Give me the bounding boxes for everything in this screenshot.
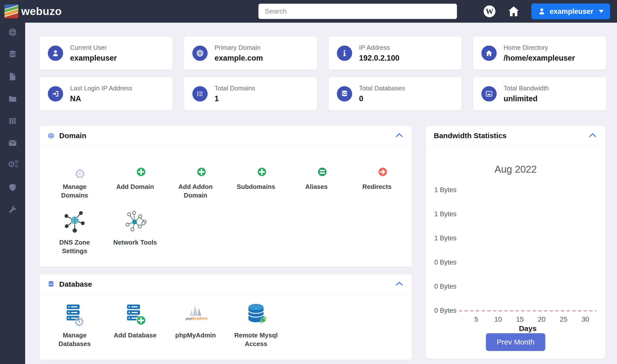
svg-text:⚙: ⚙	[74, 166, 86, 178]
database-icon	[8, 50, 17, 59]
globe-icon	[8, 28, 17, 37]
globe-gear-icon: ⚙	[63, 154, 87, 178]
y-axis-label: 1 Bytes	[429, 186, 456, 194]
x-axis-ticks: 5 10 15 20 25 30	[465, 315, 596, 323]
stat-value: example.com	[215, 54, 263, 63]
tile-label: DNS Zone Settings	[51, 238, 98, 255]
sidebar-item-apps[interactable]	[8, 116, 18, 126]
globe-plus-icon	[184, 154, 207, 178]
stat-value: unlimited	[504, 94, 549, 103]
y-axis-label: 1 Bytes	[429, 234, 456, 242]
domain-panel-header: Domain	[39, 126, 412, 146]
sidebar-item-domains[interactable]	[8, 28, 18, 37]
user-menu-button[interactable]: exampleuser	[531, 3, 610, 19]
sidebar-item-databases[interactable]	[8, 50, 18, 59]
svg-text:⚙: ⚙	[73, 314, 85, 327]
stat-label: Home Directory	[504, 44, 575, 51]
tile-label: Add Domain	[112, 182, 159, 191]
server-plus-icon	[123, 303, 147, 327]
globe-icon	[192, 46, 208, 61]
tile-phpmyadmin[interactable]: php MyAdmin phpMyAdmin	[165, 303, 226, 348]
tile-label: Add Database	[112, 331, 159, 340]
tile-label: phpMyAdmin	[172, 331, 219, 340]
tile-add-addon-domain[interactable]: Add Addon Domain	[165, 154, 226, 200]
chevron-up-icon	[396, 281, 403, 286]
prev-month-button[interactable]: Prev Month	[486, 333, 545, 351]
user-menu-label: exampleuser	[550, 7, 593, 16]
tile-label: Aliases	[293, 182, 340, 191]
stat-card-home-directory: Home Directory /home/exampleuser	[473, 36, 606, 70]
zero-bandwidth-dashed-line	[459, 311, 597, 311]
tile-aliases[interactable]: Aliases	[286, 154, 347, 200]
sidebar-item-directories[interactable]	[8, 94, 18, 103]
x-tick: 25	[553, 315, 575, 323]
x-tick: 15	[509, 315, 531, 323]
globe-list-icon	[305, 154, 328, 178]
tile-label: Network Tools	[112, 238, 159, 247]
stat-label: Total Databases	[359, 84, 405, 92]
stat-label: Last Login IP Address	[70, 84, 132, 92]
sidebar-item-files[interactable]	[8, 72, 18, 81]
database-icon	[337, 86, 352, 101]
dns-nodes-icon	[63, 210, 87, 234]
y-axis-label: 0 Bytes	[429, 306, 456, 315]
tile-label: Manage Domains	[51, 182, 98, 200]
tile-remote-mysql-access[interactable]: Remote Mysql Access	[226, 303, 286, 348]
database-panel: Database ⚙ Manage Databases	[39, 274, 412, 360]
stat-card-total-databases: Total Databases 0	[328, 77, 462, 110]
stat-card-total-domains: Total Domains 1	[184, 77, 317, 110]
stat-card-primary-domain: Primary Domain example.com	[184, 36, 317, 70]
collapse-domain-button[interactable]	[394, 132, 404, 140]
x-tick: 30	[575, 315, 597, 323]
sidebar-item-email[interactable]	[8, 138, 18, 148]
home-icon[interactable]	[507, 5, 520, 18]
area-chart-icon	[481, 86, 497, 101]
tile-dns-zone-settings[interactable]: DNS Zone Settings	[44, 210, 105, 255]
wordpress-icon[interactable]: W	[483, 5, 496, 18]
globe-plus-icon	[244, 154, 268, 178]
chevron-down-icon	[599, 10, 604, 13]
stat-label: Total Domains	[215, 84, 255, 92]
chevron-up-icon	[396, 133, 403, 137]
webuzo-logo[interactable]: webuzo	[4, 4, 62, 18]
search-input[interactable]	[258, 4, 457, 19]
tile-subdomains[interactable]: Subdomains	[226, 154, 286, 200]
chart-title: Aug 2022	[426, 164, 605, 175]
sidebar-item-settings[interactable]: ⚙⚙⚙	[8, 161, 18, 170]
server-gear-icon: ⚙	[63, 303, 87, 327]
sidebar-item-tools[interactable]	[8, 205, 18, 214]
tile-add-domain[interactable]: Add Domain	[105, 154, 165, 200]
stat-label: Current User	[70, 44, 117, 51]
home-icon	[481, 46, 497, 61]
tile-redirects[interactable]: Redirects	[347, 154, 407, 200]
sidebar-item-security[interactable]	[8, 183, 18, 192]
settings-gears-icon: ⚙⚙⚙	[8, 160, 18, 170]
panel-title: Bandwidth Statistics	[434, 132, 507, 140]
y-axis-label: 0 Bytes	[429, 258, 456, 266]
tile-manage-databases[interactable]: ⚙ Manage Databases	[44, 303, 105, 348]
phpmyadmin-logo: php MyAdmin	[184, 303, 207, 327]
apps-grid-icon	[8, 116, 17, 125]
tile-network-tools[interactable]: Network Tools	[105, 210, 165, 255]
stat-card-current-user: Current User exampleuser	[39, 36, 173, 70]
y-axis-label: 1 Bytes	[429, 210, 456, 218]
stat-value: /home/exampleuser	[504, 54, 575, 63]
tile-add-database[interactable]: Add Database	[105, 303, 165, 348]
svg-text:MyAdmin: MyAdmin	[191, 316, 207, 320]
tile-label: Subdomains	[233, 182, 279, 191]
network-nodes-icon	[123, 210, 147, 234]
globe-plus-icon	[123, 154, 147, 178]
x-axis-title: Days	[459, 324, 597, 333]
svg-text:W: W	[486, 7, 493, 16]
stat-value: 1	[215, 94, 255, 103]
tile-label: Remote Mysql Access	[233, 331, 279, 348]
tile-manage-domains[interactable]: ⚙ Manage Domains	[44, 154, 105, 200]
database-plug-icon	[244, 303, 268, 327]
collapse-database-button[interactable]	[394, 280, 404, 288]
stats-cards: Current User exampleuser Primary Domain …	[39, 36, 606, 110]
stat-card-total-bandwidth: Total Bandwidth unlimited	[473, 77, 606, 110]
x-tick: 20	[531, 315, 553, 323]
collapse-bandwidth-button[interactable]	[588, 132, 598, 140]
sidebar: ⚙⚙⚙	[0, 23, 25, 364]
tile-label: Redirects	[353, 182, 400, 191]
